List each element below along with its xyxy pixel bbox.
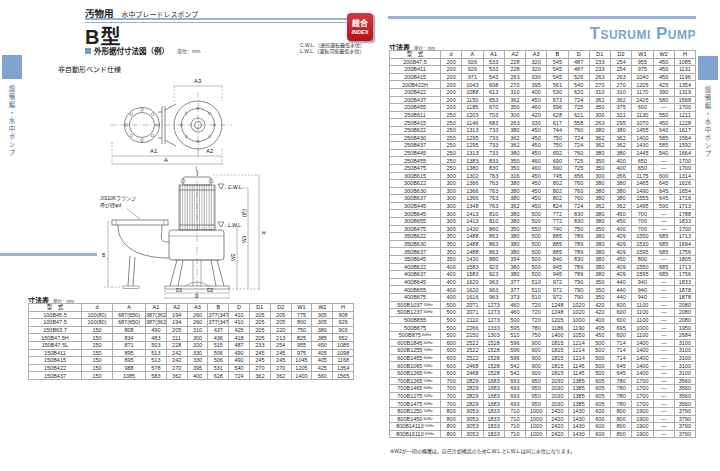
dim-cell: 1205 — [291, 364, 312, 372]
dim-cell: 205 — [249, 326, 270, 334]
dim-cell: 620 — [568, 88, 589, 96]
dim-cell: 2030 — [547, 385, 568, 393]
dim-cell: 503 — [146, 341, 167, 349]
dim-cell: 500 — [526, 256, 547, 264]
dim-cell: 380 — [504, 187, 525, 195]
dim-cell: 425 — [229, 326, 250, 334]
dim-cell: 871 — [113, 341, 146, 349]
dim-cell: 380 — [589, 187, 610, 195]
dim-cell: 380 — [589, 263, 610, 271]
dim-cell: 2150 — [462, 331, 483, 339]
dim-cell: 460 — [526, 104, 547, 112]
dim-cell: 963 — [483, 278, 504, 286]
pump-outline-drawing: A3 A1 A2 A — [52, 72, 382, 304]
dim-cell: 1400 — [632, 347, 653, 355]
dim-cell: 1314 — [674, 172, 695, 180]
dim-cell: 380 — [589, 248, 610, 256]
dim-cell: 510 — [526, 294, 547, 302]
table-row: 700B127550Hz7002829168369395020301385605… — [390, 392, 696, 400]
dim-cell: 3100 — [674, 354, 695, 362]
dim-cell: — — [653, 415, 674, 423]
dim-cell: 487 — [229, 341, 250, 349]
dim-cell: 952 — [333, 334, 354, 342]
dim-cell: 450 — [526, 187, 547, 195]
model-cell: 500B675 — [390, 324, 441, 332]
table-row: 400B6754001616963373510972790350440940—1… — [390, 294, 696, 302]
dim-cell: 506 — [208, 357, 229, 365]
dim-cell: 531 — [208, 364, 229, 372]
dim-cell: 1550 — [632, 233, 653, 241]
dim-cell: 600 — [611, 309, 632, 317]
dim-cell: 600 — [611, 316, 632, 324]
dim-cell: 789 — [568, 240, 589, 248]
model-cell: 800B1411050Hz — [390, 423, 441, 431]
dim-cell: 400 — [441, 294, 462, 302]
dim-cell: 400 — [187, 372, 208, 380]
dim-cell: 1528 — [483, 339, 504, 347]
dim-cell: 350 — [441, 256, 462, 264]
dim-cell: 750 — [547, 134, 568, 142]
dim-cell: 1196 — [674, 73, 695, 81]
dim-cell: — — [653, 294, 674, 302]
water-level-legend: C.W.L.（連続運転最低水位） L.W.L.（運転可能最低水位） — [300, 42, 365, 54]
dim-cell: 300 — [441, 195, 462, 203]
table-row: 600B184560Hz6002522152859690018151214500… — [390, 339, 696, 347]
square-bullet-icon — [85, 48, 91, 54]
dim-cell: — — [653, 309, 674, 317]
dim-cell: 3790 — [674, 423, 695, 431]
dim-cell: 583 — [146, 372, 167, 380]
dim-cell: 2468 — [462, 369, 483, 377]
dim-cell: 450 — [526, 96, 547, 104]
dim-cell: 350 — [504, 104, 525, 112]
dim-cell: 1145 — [568, 369, 589, 377]
dim-cell: 321 — [611, 111, 632, 119]
index-badge-button[interactable]: 総合 INDEX — [347, 13, 373, 41]
dim-cell: 1400 — [632, 369, 653, 377]
dim-cell: 1146 — [462, 119, 483, 127]
column-header: d — [441, 51, 462, 59]
dim-cell: 450 — [653, 73, 674, 81]
model-cell: 300B622 — [390, 180, 441, 188]
dim-cell: 972 — [547, 286, 568, 294]
dim-cell: 789 — [568, 271, 589, 279]
dim-cell: 780 — [611, 377, 632, 385]
dim-cell: 350 — [441, 233, 462, 241]
dim-cell: 350 — [441, 240, 462, 248]
dim-cell: 1700 — [632, 392, 653, 400]
table-row: 300B615300130276331645074565630035611756… — [390, 172, 696, 180]
dim-cell: 900 — [526, 362, 547, 370]
table-row: 200B411200926533228320545487233254975450… — [390, 66, 696, 74]
dim-cell: 500 — [526, 263, 547, 271]
dim-cell: 205 — [249, 334, 270, 342]
model-cell: 350B630 — [390, 240, 441, 248]
table-row: 150B415150895513242330506490245245104540… — [29, 357, 354, 365]
dim-cell: 600 — [441, 347, 462, 355]
dim-cell: 703 — [483, 111, 504, 119]
dim-cell: — — [653, 362, 674, 370]
frequency-suffix: 60Hz — [423, 340, 432, 345]
dim-label-w1: W1 — [241, 235, 247, 243]
dim-cell: 362 — [611, 142, 632, 150]
dim-cell: 500 — [441, 309, 462, 317]
dim-cell: 394 — [504, 256, 525, 264]
dim-cell: 687(650) — [113, 319, 146, 327]
dim-cell: 600 — [589, 430, 610, 438]
frequency-suffix: 60Hz — [422, 332, 431, 337]
dim-cell: 693 — [504, 400, 525, 408]
dim-cell: 380 — [589, 180, 610, 188]
dim-cell: 605 — [589, 392, 610, 400]
table-row: 600B126560Hz6002468152854290018151145500… — [390, 369, 696, 377]
dim-cell: 945 — [547, 263, 568, 271]
dim-cell: 1700 — [632, 377, 653, 385]
table-row: 500B103750Hz5002071127346072012481020420… — [390, 301, 696, 309]
dim-cell: 775 — [291, 311, 312, 319]
dim-cell: 300 — [589, 172, 610, 180]
dim-cell: 608 — [483, 81, 504, 89]
dim-cell: 330 — [187, 349, 208, 357]
dim-cell: 350 — [589, 157, 610, 165]
dim-label-h: H — [262, 230, 266, 236]
model-cell: 150B437 — [29, 372, 82, 380]
column-header: H — [674, 51, 695, 59]
dim-cell: 500 — [526, 218, 547, 226]
dim-cell: 700 — [632, 210, 653, 218]
